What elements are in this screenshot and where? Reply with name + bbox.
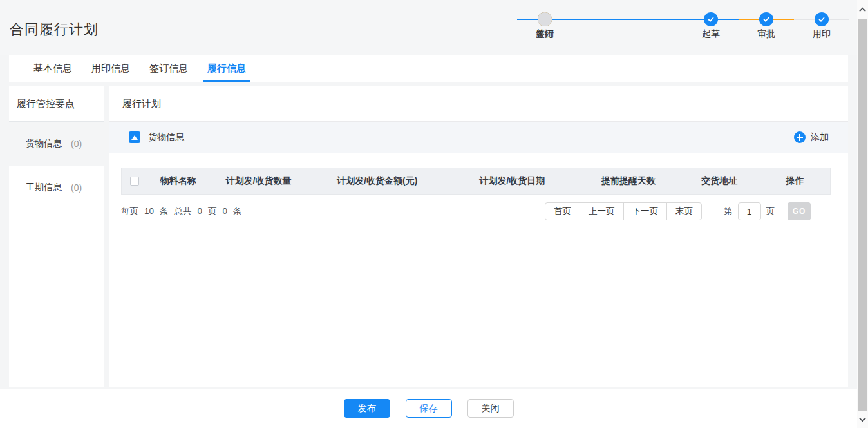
pending-circle-icon [538, 12, 552, 26]
size-unit-label: 条 [160, 206, 169, 216]
sidebar-title: 履行管控要点 [9, 86, 104, 122]
sidebar-item-count: (0) [71, 182, 82, 193]
step-close: 关闭 [517, 0, 572, 40]
footer-action-bar: 发布 保存 关闭 [0, 389, 857, 428]
main-panel: 履行计划 货物信息 添加 物料名称 计划发/收货数量 计划发/收货金额(元) 计… [109, 86, 848, 387]
jump-suffix-label: 页 [766, 206, 775, 217]
step-label: 用印 [794, 28, 849, 40]
prev-page-button[interactable]: 上一页 [580, 202, 624, 220]
select-all-checkbox[interactable] [130, 177, 139, 186]
goods-section-bar: 货物信息 添加 [109, 122, 848, 153]
page-header: 合同履行计划 起草 审批 用印 [0, 0, 857, 55]
column-header-reminder-days: 提前提醒天数 [578, 175, 679, 187]
save-button[interactable]: 保存 [406, 399, 452, 418]
app-window: 合同履行计划 起草 审批 用印 [0, 0, 857, 428]
column-header-planned-date: 计划发/收货日期 [446, 175, 578, 187]
step-approval: 审批 [739, 0, 794, 40]
sidebar-item-schedule-info[interactable]: 工期信息 (0) [9, 166, 104, 209]
scrollbar-thumb[interactable] [858, 19, 867, 411]
step-label: 关闭 [517, 28, 572, 40]
plus-icon [794, 131, 806, 143]
column-header-material-name: 物料名称 [147, 175, 209, 187]
column-header-planned-amount: 计划发/收货金额(元) [308, 175, 446, 187]
tab-basic-info[interactable]: 基本信息 [27, 55, 79, 82]
pagination-summary: 每页10条总共0页0条 [121, 206, 248, 217]
scroll-up-arrow-icon[interactable] [857, 4, 868, 15]
total-label: 总共 [175, 206, 192, 216]
records-unit-label: 条 [233, 206, 242, 216]
sidebar-item-count: (0) [71, 139, 82, 149]
sidebar-item-label: 货物信息 [26, 138, 62, 150]
tab-sign-info[interactable]: 签订信息 [143, 55, 194, 82]
tabs-bar: 基本信息 用印信息 签订信息 履行信息 [9, 55, 848, 82]
check-circle-icon [759, 12, 773, 26]
triangle-up-icon [131, 135, 138, 140]
step-label: 审批 [739, 28, 794, 40]
page-title: 合同履行计划 [10, 20, 99, 39]
pagination-button-group: 首页 上一页 下一页 末页 [545, 202, 702, 220]
vertical-scrollbar [857, 0, 868, 428]
jump-prefix-label: 第 [724, 206, 733, 217]
tab-perform-info[interactable]: 履行信息 [201, 55, 252, 82]
pagination-bar: 每页10条总共0页0条 首页 上一页 下一页 末页 第 页 GO [121, 202, 811, 221]
tab-list: 基本信息 用印信息 签订信息 履行信息 [9, 55, 848, 82]
add-button-label: 添加 [811, 131, 829, 143]
section-label: 货物信息 [148, 131, 184, 143]
pages-unit-label: 页 [208, 206, 217, 216]
column-header-planned-quantity: 计划发/收货数量 [209, 175, 308, 187]
total-records-value: 0 [223, 206, 228, 216]
next-page-button[interactable]: 下一页 [623, 202, 668, 220]
check-circle-icon [815, 12, 829, 26]
sidebar: 履行管控要点 货物信息 (0) 工期信息 (0) [9, 86, 104, 387]
first-page-button[interactable]: 首页 [545, 202, 580, 220]
page-number-input[interactable] [738, 202, 761, 220]
last-page-button[interactable]: 末页 [666, 202, 702, 220]
publish-button[interactable]: 发布 [344, 399, 390, 418]
add-button[interactable]: 添加 [794, 122, 829, 153]
per-page-label: 每页 [121, 206, 138, 216]
total-pages-value: 0 [198, 206, 203, 216]
column-header-delivery-address: 交货地址 [679, 175, 760, 187]
collapse-toggle-icon[interactable] [129, 131, 140, 143]
table-header-row: 物料名称 计划发/收货数量 计划发/收货金额(元) 计划发/收货日期 提前提醒天… [121, 168, 831, 195]
step-draft: 起草 [683, 0, 739, 40]
workflow-stepper: 起草 审批 用印 签订 [517, 0, 849, 55]
close-button[interactable]: 关闭 [467, 399, 514, 418]
page-size-value: 10 [144, 206, 154, 216]
table-header-checkbox-cell [122, 177, 147, 186]
column-header-actions: 操作 [760, 175, 830, 187]
pagination-controls: 首页 上一页 下一页 末页 第 页 GO [545, 202, 811, 220]
sidebar-item-label: 工期信息 [26, 182, 62, 193]
sidebar-item-goods-info[interactable]: 货物信息 (0) [9, 122, 104, 166]
tab-seal-info[interactable]: 用印信息 [85, 55, 137, 82]
go-button[interactable]: GO [788, 202, 811, 220]
check-circle-icon [704, 12, 718, 26]
scroll-down-arrow-icon[interactable] [857, 414, 868, 425]
step-seal: 用印 [794, 0, 849, 40]
step-label: 起草 [683, 28, 739, 40]
panel-title: 履行计划 [109, 86, 848, 122]
